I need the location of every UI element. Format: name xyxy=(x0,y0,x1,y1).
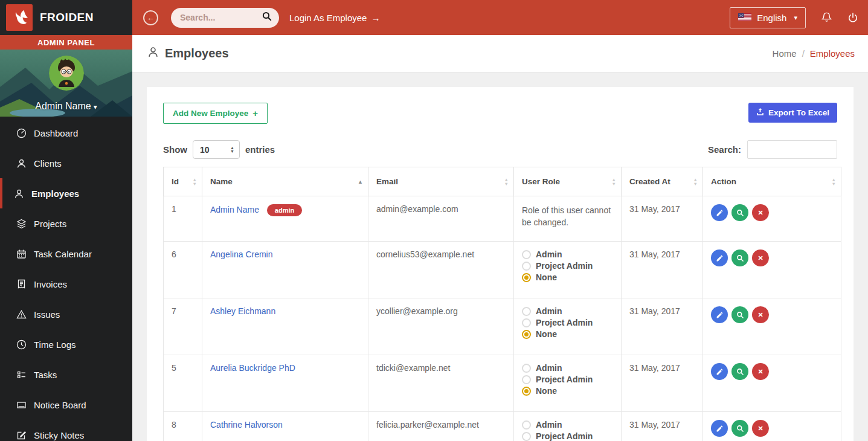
export-to-excel-button[interactable]: Export To Excel xyxy=(748,103,837,123)
edit-button[interactable] xyxy=(711,249,728,266)
froiden-logo-icon xyxy=(6,4,33,31)
delete-button[interactable]: ✕ xyxy=(752,363,769,380)
cell-user-role: Admin Project Admin None xyxy=(514,355,622,412)
left-arrow-icon: ← xyxy=(147,14,155,22)
add-new-employee-button[interactable]: Add New Employee + xyxy=(163,103,268,124)
user-avatar[interactable] xyxy=(49,56,84,91)
notifications-bell-icon[interactable] xyxy=(821,11,832,24)
column-header-action[interactable]: Action▲▼ xyxy=(703,167,841,196)
breadcrumb-home-link[interactable]: Home xyxy=(773,48,797,59)
column-header-created-at[interactable]: Created At▲▼ xyxy=(622,167,703,196)
edit-button[interactable] xyxy=(711,363,728,380)
role-radio-project-admin[interactable]: Project Admin xyxy=(522,318,613,327)
sidebar-collapse-button[interactable]: ← xyxy=(143,10,158,25)
admin-badge: admin xyxy=(267,204,302,216)
sidebar-item-time-logs[interactable]: Time Logs xyxy=(0,329,132,359)
cell-user-role: Role of this user cannot be changed. xyxy=(514,196,622,242)
cell-name: Angelina Cremin xyxy=(202,242,368,298)
sidebar-item-sticky-notes[interactable]: Sticky Notes xyxy=(0,420,132,441)
projects-icon xyxy=(16,218,27,229)
delete-button[interactable]: ✕ xyxy=(752,204,769,221)
sidebar-item-notice-board[interactable]: Notice Board xyxy=(0,390,132,420)
role-radio-none[interactable]: None xyxy=(522,272,613,282)
page-length-select[interactable]: 10 ▲▼ xyxy=(193,140,240,159)
table-controls: Show 10 ▲▼ entries Search: xyxy=(163,140,837,159)
sidebar-item-employees[interactable]: Employees xyxy=(0,178,132,208)
sidebar-item-tasks[interactable]: Tasks xyxy=(0,359,132,390)
cell-created-at: 31 May, 2017 xyxy=(622,412,703,441)
view-button[interactable] xyxy=(731,420,748,437)
role-radio-project-admin[interactable]: Project Admin xyxy=(522,375,613,384)
global-search[interactable] xyxy=(171,8,279,28)
sidebar-user-area: Admin Name▾ xyxy=(0,50,132,117)
column-header-email[interactable]: Email▲▼ xyxy=(368,167,514,196)
search-label: Search: xyxy=(708,144,741,155)
view-button[interactable] xyxy=(731,363,748,380)
user-menu[interactable]: Admin Name▾ xyxy=(0,101,132,112)
delete-button[interactable]: ✕ xyxy=(752,420,769,437)
issues-icon xyxy=(16,309,27,320)
sidebar-item-invoices[interactable]: Invoices xyxy=(0,269,132,299)
language-selector[interactable]: English ▾ xyxy=(730,7,806,28)
login-as-employee-link[interactable]: Login As Employee → xyxy=(289,13,380,23)
table-search-input[interactable] xyxy=(747,140,837,159)
invoices-icon xyxy=(16,278,27,289)
notice-board-icon xyxy=(16,399,27,410)
role-fixed-text: Role of this user cannot be changed. xyxy=(522,204,613,228)
column-header-user-role[interactable]: User Role▲▼ xyxy=(514,167,622,196)
sidebar-item-dashboard[interactable]: Dashboard xyxy=(0,118,132,148)
close-icon: ✕ xyxy=(757,254,763,262)
arrow-right-icon: → xyxy=(371,13,380,23)
employees-icon xyxy=(13,188,24,199)
cell-email: ycollier@example.org xyxy=(368,298,514,355)
employee-name-link[interactable]: Aurelia Buckridge PhD xyxy=(210,363,295,373)
role-radio-admin[interactable]: Admin xyxy=(522,249,613,259)
global-search-input[interactable] xyxy=(180,13,262,22)
table-row: 1 Admin Name admin admin@example.com Rol… xyxy=(164,196,841,242)
role-radio-project-admin[interactable]: Project Admin xyxy=(522,431,613,441)
column-header-name[interactable]: Name▲ xyxy=(202,167,368,196)
delete-button[interactable]: ✕ xyxy=(752,306,769,323)
role-radio-admin[interactable]: Admin xyxy=(522,363,613,373)
time-logs-icon xyxy=(16,339,27,350)
logout-power-icon[interactable] xyxy=(847,12,858,24)
breadcrumb-current: Employees xyxy=(810,48,855,59)
role-radio-project-admin[interactable]: Project Admin xyxy=(522,261,613,271)
employee-name-link[interactable]: Cathrine Halvorson xyxy=(210,420,283,430)
sidebar-item-clients[interactable]: Clients xyxy=(0,148,132,178)
role-radio-admin[interactable]: Admin xyxy=(522,420,613,430)
chevron-down-icon: ▾ xyxy=(794,14,797,22)
sidebar-item-projects[interactable]: Projects xyxy=(0,208,132,239)
view-button[interactable] xyxy=(731,249,748,266)
edit-button[interactable] xyxy=(711,204,728,221)
chevron-down-icon: ▾ xyxy=(94,103,97,111)
view-button[interactable] xyxy=(731,204,748,221)
employee-name-link[interactable]: Admin Name xyxy=(210,205,259,214)
edit-button[interactable] xyxy=(711,306,728,323)
radio-icon xyxy=(522,375,531,384)
role-radio-none[interactable]: None xyxy=(522,329,613,339)
sidebar-item-task-calendar[interactable]: Task Calendar xyxy=(0,239,132,269)
search-icon[interactable] xyxy=(262,11,272,24)
view-button[interactable] xyxy=(731,306,748,323)
role-radio-admin[interactable]: Admin xyxy=(522,306,613,316)
table-row: 6 Angelina Cremin cornelius53@example.ne… xyxy=(164,242,841,298)
cell-created-at: 31 May, 2017 xyxy=(622,242,703,298)
cell-email: cornelius53@example.net xyxy=(368,242,514,298)
radio-icon xyxy=(522,420,531,430)
cell-created-at: 31 May, 2017 xyxy=(622,298,703,355)
radio-checked-icon xyxy=(522,387,531,396)
delete-button[interactable]: ✕ xyxy=(752,249,769,266)
cell-name: Cathrine Halvorson xyxy=(202,412,368,441)
column-header-id[interactable]: Id▲▼ xyxy=(164,167,202,196)
cell-id: 6 xyxy=(164,242,202,298)
main-content: Add New Employee + Export To Excel Show … xyxy=(132,72,868,441)
cell-name: Ashley Eichmann xyxy=(202,298,368,355)
employee-name-link[interactable]: Angelina Cremin xyxy=(210,249,273,259)
employee-name-link[interactable]: Ashley Eichmann xyxy=(210,306,275,316)
sidebar-item-issues[interactable]: Issues xyxy=(0,299,132,329)
role-radio-none[interactable]: None xyxy=(522,386,613,396)
close-icon: ✕ xyxy=(757,209,763,217)
edit-button[interactable] xyxy=(711,420,728,437)
brand-logo[interactable]: FROIDEN xyxy=(0,0,132,35)
